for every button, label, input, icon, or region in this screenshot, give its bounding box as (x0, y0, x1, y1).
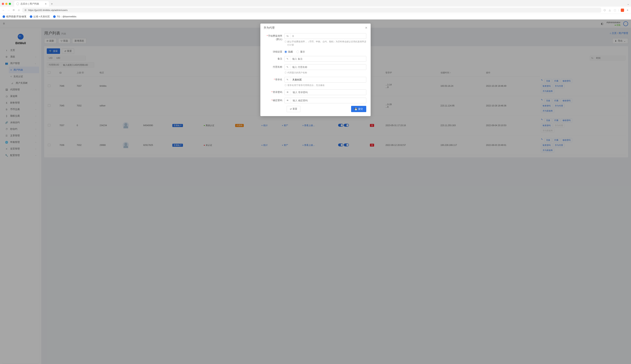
login-help: 登录名用于登录代理商后台，无法修改 (288, 84, 325, 87)
back-button[interactable]: ← (2, 9, 5, 12)
brave-icon[interactable] (621, 8, 624, 12)
agent-name-input[interactable] (290, 64, 366, 70)
rebate-label: 手续费返佣率(默认) (268, 34, 282, 40)
app-shell: ≡ ◐ Administrator 在线 BitWell ⫾主页⚙系统›👥用户管… (0, 20, 631, 364)
agent-name-help: 代理显示的用户名称 (288, 71, 307, 74)
maximize-window-icon[interactable] (9, 3, 11, 5)
tab-bar: 总后台 | 用户列表 ✕ ＋ ⌄ (0, 0, 631, 6)
rebate-input[interactable] (291, 34, 366, 39)
pwd-label: 登录密码 (273, 91, 282, 94)
edit-icon: ✎ (285, 64, 290, 70)
login-input[interactable] (290, 77, 366, 82)
pwd2-label: 确定密码 (273, 99, 282, 102)
bookmark-item[interactable]: 程序搭建/开发/修复 (2, 15, 26, 18)
remark-label: 备注 (265, 56, 284, 60)
undo-icon: ↺ (290, 108, 292, 110)
browser-tab[interactable]: 总后台 | 用户列表 ✕ (14, 1, 49, 6)
edit-icon: ✎ (285, 56, 290, 62)
pwd2-input[interactable] (291, 98, 366, 103)
remark-input[interactable] (290, 56, 366, 62)
wallet-icon[interactable]: ⬚ (613, 9, 616, 12)
shield-icon[interactable]: ⬡ (603, 9, 606, 12)
reload-button[interactable]: ⟳ (12, 9, 15, 12)
modal-reset-button[interactable]: ↺重置 (287, 106, 300, 112)
eye-icon[interactable]: 👁 (285, 98, 291, 103)
agent-name-label: 代理名称 (265, 64, 284, 69)
tab-close-icon[interactable]: ✕ (45, 2, 47, 5)
favicon-icon (16, 2, 19, 5)
bookmark-item[interactable]: 认准->天美社区 (30, 15, 50, 18)
modal-title: 升为代理 (264, 26, 274, 30)
bookmark-item[interactable]: TG：@tianmeibbs (53, 15, 76, 18)
site-settings-icon[interactable]: ⚙ (24, 9, 27, 12)
tab-overflow-icon[interactable]: ⌄ (627, 2, 629, 5)
modal-close-icon[interactable]: ✕ (365, 26, 367, 30)
login-label: 登录名 (275, 78, 282, 81)
info-icon: ⓘ (284, 84, 287, 87)
bookmark-favicon-icon (30, 15, 32, 18)
percent-prefix: % (285, 34, 291, 39)
detail-show-radio[interactable]: 显示 (296, 50, 305, 54)
new-tab-button[interactable]: ＋ (50, 2, 53, 6)
tab-title: 总后台 | 用户列表 (20, 2, 39, 6)
address-bar: ← → ⟳ ⟃ ⚙ https://jys102.timibbs.vip/adm… (0, 6, 631, 14)
forward-button[interactable]: → (7, 9, 10, 12)
menu-icon[interactable]: ≡ (626, 9, 629, 12)
bookmark-favicon-icon (53, 15, 56, 18)
upgrade-agent-modal: 升为代理 ✕ *手续费返佣率(默认) % ⓘ默认手续费返佣率，（币币、申购、合约… (260, 24, 371, 116)
rewards-icon[interactable]: △ (608, 9, 612, 12)
detail-hide-radio[interactable]: 隐藏 (284, 50, 293, 54)
close-window-icon[interactable] (2, 3, 4, 5)
bookmark-favicon-icon (2, 15, 5, 18)
pwd-input[interactable] (291, 90, 366, 95)
bookmark-bar: 程序搭建/开发/修复 认准->天美社区 TG：@tianmeibbs (0, 14, 631, 19)
edit-icon: ✎ (285, 77, 290, 82)
info-icon: ⓘ (284, 71, 287, 74)
rebate-help: 默认手续费返佣率，（币币、申购、合约、期权）为空时将会默认采用此返佣率进行计算 (288, 40, 366, 46)
url-input[interactable]: ⚙ https://jys102.timibbs.vip/admin/users (22, 8, 601, 12)
window-controls[interactable] (2, 3, 11, 5)
detail-label: 详细设置 (265, 49, 284, 54)
eye-icon[interactable]: 👁 (285, 90, 291, 95)
browser-chrome: 总后台 | 用户列表 ✕ ＋ ⌄ ← → ⟳ ⟃ ⚙ https://jys10… (0, 0, 631, 20)
minimize-window-icon[interactable] (5, 3, 8, 5)
bookmark-button[interactable]: ⟃ (17, 9, 20, 12)
url-text: https://jys102.timibbs.vip/admin/users (28, 9, 68, 12)
save-icon: 💾 (354, 108, 358, 110)
modal-submit-button[interactable]: 💾提交 (351, 106, 366, 112)
info-icon: ⓘ (284, 40, 287, 43)
